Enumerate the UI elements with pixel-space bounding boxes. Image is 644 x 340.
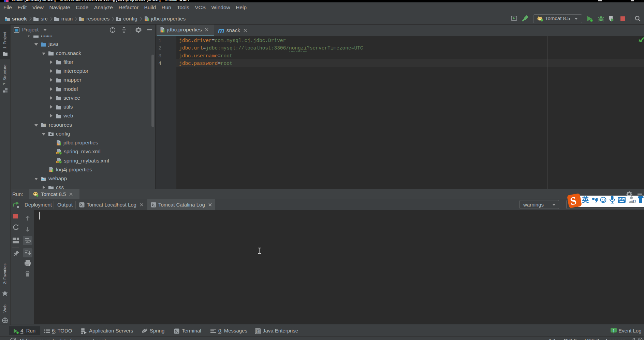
svg-text:E: E [257, 330, 259, 333]
svg-text:9: 9 [639, 339, 641, 340]
svg-text:1: 1 [613, 329, 615, 333]
svg-text:11: 11 [632, 199, 636, 203]
